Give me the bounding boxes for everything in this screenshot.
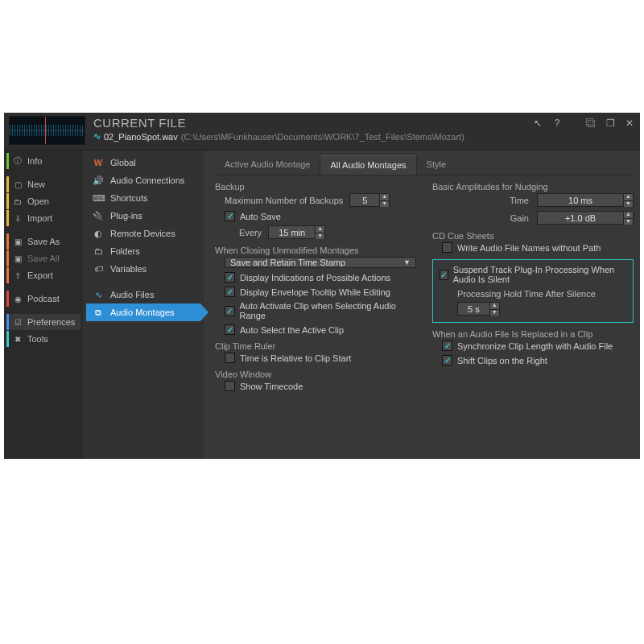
speaker-icon: 🔊: [93, 175, 104, 186]
rail-save-all[interactable]: ▣Save All: [6, 250, 80, 266]
hold-time-spinner[interactable]: 5 s ▲▼: [457, 302, 500, 316]
title-bar: CURRENT FILE ∿ 02_PianoSpot.wav (C:\User…: [4, 113, 640, 150]
shift-clips-checkbox[interactable]: ✓Shift Clips on the Right: [442, 355, 634, 365]
time-relative-checkbox[interactable]: ✓Time is Relative to Clip Start: [225, 353, 416, 363]
rail-info[interactable]: ⓘInfo: [6, 153, 80, 169]
nav-audio-files[interactable]: ∿Audio Files: [86, 286, 200, 303]
tools-icon: ✖: [13, 335, 23, 344]
nudge-time-spinner[interactable]: 10 ms ▲▼: [537, 193, 634, 207]
closing-title: When Closing Unmodified Montages: [215, 246, 416, 255]
up-icon[interactable]: ▲: [380, 194, 389, 200]
nudge-gain-spinner[interactable]: +1.0 dB ▲▼: [537, 211, 634, 225]
plug-icon: 🔌: [93, 211, 104, 221]
tab-active-montage[interactable]: Active Audio Montage: [215, 155, 320, 175]
time-label: Time: [497, 196, 529, 205]
current-filename: 02_PianoSpot.wav: [104, 132, 178, 142]
right-column: Basic Amplitudes for Nudging Time 10 ms …: [432, 182, 634, 391]
copy-window-icon[interactable]: ⿻: [585, 118, 597, 129]
write-audio-names-checkbox[interactable]: ✓Write Audio File Names without Path: [442, 242, 634, 253]
rail-import[interactable]: ⇩Import: [6, 210, 80, 226]
rail-preferences[interactable]: ☑Preferences: [6, 314, 80, 330]
rail-export[interactable]: ⇧Export: [6, 267, 80, 283]
restore-window-icon[interactable]: ❐: [605, 118, 616, 129]
nav-audio-montages[interactable]: ⧉Audio Montages: [86, 303, 200, 321]
close-window-icon[interactable]: ✕: [624, 118, 635, 129]
rail-save-as[interactable]: ▣Save As: [6, 233, 80, 250]
export-icon: ⇧: [13, 271, 23, 280]
podcast-icon: ◉: [13, 295, 23, 303]
video-title: Video Window: [215, 369, 416, 379]
preferences-icon: ☑: [13, 318, 23, 327]
display-tooltip-checkbox[interactable]: ✓Display Envelope Tooltip While Editing: [225, 287, 416, 297]
remote-icon: ◐: [93, 229, 104, 239]
replaced-title: When an Audio File Is Replaced in a Clip: [432, 329, 634, 339]
saveas-icon: ▣: [13, 237, 23, 246]
nav-plugins[interactable]: 🔌Plug-ins: [86, 207, 200, 225]
auto-activate-checkbox[interactable]: ✓Auto Activate Clip when Selecting Audio…: [225, 301, 416, 320]
display-indications-checkbox[interactable]: ✓Display Indications of Possible Actions: [225, 272, 416, 283]
saveall-icon: ▣: [13, 254, 23, 263]
rail-podcast[interactable]: ◉Podcast: [6, 291, 80, 307]
rail-tools[interactable]: ✖Tools: [6, 331, 80, 347]
rail-open[interactable]: 🗀Open: [6, 193, 80, 209]
folder-icon: 🗀: [93, 246, 104, 256]
nudge-title: Basic Amplitudes for Nudging: [432, 182, 634, 192]
content-tabs: Active Audio Montage All Audio Montages …: [215, 155, 634, 175]
auto-save-checkbox[interactable]: ✓ Auto Save: [225, 211, 416, 221]
tab-all-montages[interactable]: All Audio Montages: [320, 155, 416, 175]
open-icon: 🗀: [13, 197, 23, 206]
wave-icon: ∿: [93, 131, 101, 142]
left-rail: ⓘInfo ▢New 🗀Open ⇩Import ▣Save As ▣Save …: [4, 151, 83, 459]
clip-ruler-title: Clip Time Ruler: [215, 341, 416, 351]
header-title: CURRENT FILE: [93, 116, 532, 130]
rail-new[interactable]: ▢New: [6, 176, 80, 192]
settings-content: Active Audio Montage All Audio Montages …: [204, 151, 640, 459]
max-backups-label: Maximum Number of Backups: [225, 196, 343, 205]
every-label: Every: [239, 228, 262, 237]
variables-icon: 🏷: [93, 264, 104, 274]
nav-folders[interactable]: 🗀Folders: [86, 242, 200, 260]
settings-nav: WGlobal 🔊Audio Connections ⌨Shortcuts 🔌P…: [83, 151, 204, 459]
current-filepath: (C:\Users\MFunkhauser\Documents\WORK\7_T…: [181, 132, 464, 142]
closing-dropdown[interactable]: Save and Retain Time Stamp ▼: [225, 257, 416, 268]
global-icon: W: [93, 158, 104, 167]
tab-style[interactable]: Style: [417, 155, 456, 175]
gain-label: Gain: [497, 213, 529, 223]
new-icon: ▢: [13, 180, 23, 189]
nav-variables[interactable]: 🏷Variables: [86, 260, 200, 278]
suspend-processing-checkbox[interactable]: ✓Suspend Track Plug-In Processing When A…: [440, 265, 626, 284]
hold-time-label: Processing Hold Time After Silence: [457, 289, 626, 299]
sync-length-checkbox[interactable]: ✓Synchronize Clip Length with Audio File: [442, 341, 634, 351]
nav-audio-connections[interactable]: 🔊Audio Connections: [86, 171, 200, 189]
checkbox-icon: ✓: [225, 211, 235, 221]
window-controls: ↖ ? ⿻ ❐ ✕: [532, 116, 635, 129]
montage-icon: ⧉: [93, 308, 104, 318]
backup-title: Backup: [215, 182, 416, 192]
nav-shortcuts[interactable]: ⌨Shortcuts: [86, 189, 200, 207]
wave-file-icon: ∿: [93, 290, 104, 300]
waveform-thumbnail[interactable]: [9, 116, 85, 145]
info-icon: ⓘ: [13, 155, 23, 167]
nav-remote[interactable]: ◐Remote Devices: [86, 225, 200, 242]
down-icon[interactable]: ▼: [380, 200, 389, 207]
autosave-interval-spinner[interactable]: 15 min ▲▼: [268, 225, 325, 239]
keyboard-icon: ⌨: [93, 193, 104, 204]
preferences-window: CURRENT FILE ∿ 02_PianoSpot.wav (C:\User…: [4, 113, 640, 459]
left-column: Backup Maximum Number of Backups 5 ▲▼ ✓: [215, 182, 416, 391]
show-timecode-checkbox[interactable]: ✓Show Timecode: [225, 381, 416, 391]
nav-global[interactable]: WGlobal: [86, 154, 200, 171]
chevron-down-icon: ▼: [403, 258, 411, 266]
auto-select-checkbox[interactable]: ✓Auto Select the Active Clip: [225, 324, 416, 335]
max-backups-spinner[interactable]: 5 ▲▼: [349, 193, 390, 207]
arrow-icon[interactable]: ↖: [532, 118, 543, 129]
suspend-processing-group: ✓Suspend Track Plug-In Processing When A…: [432, 259, 634, 323]
cue-title: CD Cue Sheets: [432, 231, 634, 241]
import-icon: ⇩: [13, 214, 23, 223]
help-icon[interactable]: ?: [551, 118, 563, 129]
